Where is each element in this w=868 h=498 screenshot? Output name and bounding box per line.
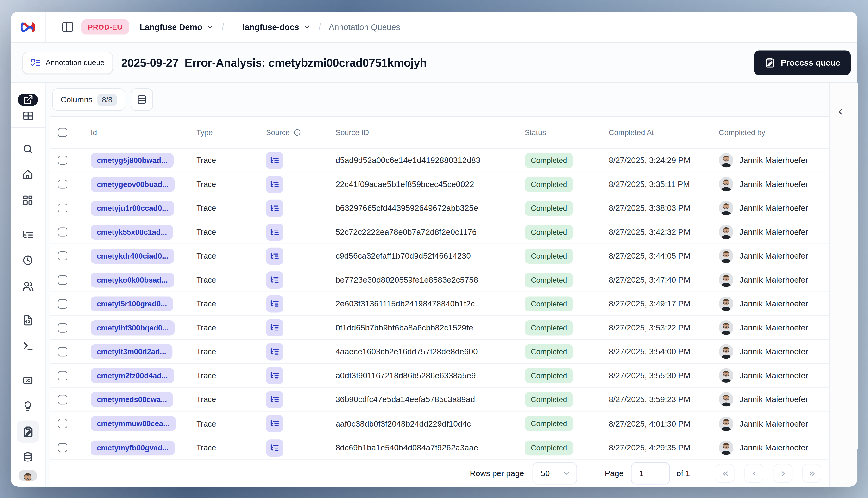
sidebar-item-home[interactable] bbox=[16, 162, 39, 187]
next-page-button[interactable] bbox=[774, 464, 792, 483]
row-checkbox[interactable] bbox=[58, 251, 67, 261]
row-checkbox[interactable] bbox=[58, 323, 67, 332]
trace-link-icon[interactable] bbox=[266, 439, 283, 456]
table-row[interactable]: cmetyk55x00c1ad... Trace 52c72c2222ea78e… bbox=[50, 220, 829, 245]
row-checkbox[interactable] bbox=[58, 180, 67, 189]
row-checkbox[interactable] bbox=[58, 275, 67, 284]
row-checkbox[interactable] bbox=[58, 395, 67, 404]
annotation-queue-badge[interactable]: Annotation queue bbox=[22, 51, 113, 74]
sidebar-item-tracing[interactable] bbox=[16, 222, 39, 248]
row-checkbox[interactable] bbox=[58, 419, 67, 428]
sidebar-toggle-icon[interactable] bbox=[61, 21, 74, 34]
chevron-down-icon bbox=[303, 23, 310, 30]
item-id-link[interactable]: cmetym2fz00d4ad... bbox=[91, 368, 174, 383]
table-row[interactable]: cmetymmuw00cea... Trace aaf0c38db0f3f204… bbox=[50, 412, 829, 436]
trace-link-icon[interactable] bbox=[266, 247, 283, 265]
item-id-link[interactable]: cmetykdr400ciad0... bbox=[91, 249, 174, 263]
table-row[interactable]: cmetymeds00cwa... Trace 36b90cdfc47e5da1… bbox=[50, 388, 829, 412]
sidebar-item-tables[interactable] bbox=[18, 110, 38, 122]
trace-link-icon[interactable] bbox=[266, 199, 283, 217]
trace-link-icon[interactable] bbox=[266, 295, 283, 313]
first-page-button[interactable] bbox=[715, 464, 735, 483]
table-row[interactable]: cmetyl5r100grad0... Trace 2e603f31361115… bbox=[50, 292, 829, 316]
org-switcher[interactable]: Langfuse Demo bbox=[140, 22, 213, 32]
table-row[interactable]: cmetylht300bqad0... Trace 0f1dd65b7bb9bf… bbox=[50, 316, 829, 340]
process-queue-button[interactable]: Process queue bbox=[754, 50, 851, 75]
item-id-link[interactable]: cmetyg5j800bwad... bbox=[91, 153, 173, 168]
sidebar-item-prompts[interactable] bbox=[16, 308, 39, 333]
item-id-link[interactable]: cmetyko0k00bsad... bbox=[91, 272, 174, 287]
table-row[interactable]: cmetym2fz00d4ad... Trace a0df3f901167218… bbox=[50, 364, 829, 388]
column-header-status[interactable]: Status bbox=[517, 128, 604, 136]
item-id-link[interactable]: cmetymeds00cwa... bbox=[91, 392, 173, 407]
trace-link-icon[interactable] bbox=[266, 271, 283, 289]
previous-page-button[interactable] bbox=[744, 464, 763, 483]
completed-by: Jannik Maierhoefer bbox=[715, 416, 829, 431]
table-header-row: Id Type Source Source ID Status Complete… bbox=[50, 117, 829, 148]
table-row[interactable]: cmetyko0k00bsad... Trace be7723e30d80205… bbox=[50, 268, 829, 292]
item-id-link[interactable]: cmetylht300bqad0... bbox=[91, 320, 175, 335]
sidebar-item-datasets[interactable] bbox=[16, 445, 39, 470]
column-header-source[interactable]: Source bbox=[259, 128, 328, 136]
column-header-source-id[interactable]: Source ID bbox=[328, 128, 517, 136]
clock-icon bbox=[22, 255, 34, 266]
row-checkbox[interactable] bbox=[58, 299, 67, 309]
trace-link-icon[interactable] bbox=[266, 152, 283, 169]
table-row[interactable]: cmetymyfb00gvad... Trace 8dc69b1ba1e540b… bbox=[50, 436, 829, 460]
row-checkbox[interactable] bbox=[58, 227, 67, 236]
collapse-panel-button[interactable] bbox=[836, 104, 852, 120]
sidebar-item-sessions[interactable] bbox=[16, 248, 39, 273]
table-row[interactable]: cmetykdr400ciad0... Trace c9d56ca32efaff… bbox=[50, 244, 829, 268]
rows-per-page-select[interactable]: 50 bbox=[532, 462, 577, 485]
completed-at: 8/27/2025, 3:54:00 PM bbox=[604, 347, 715, 356]
trace-link-icon[interactable] bbox=[266, 223, 283, 240]
trace-link-icon[interactable] bbox=[266, 391, 283, 408]
trace-link-icon[interactable] bbox=[266, 415, 283, 432]
sidebar-item-evaluators[interactable] bbox=[16, 393, 39, 419]
item-id-link[interactable]: cmetymmuw00cea... bbox=[91, 416, 176, 431]
select-all-checkbox[interactable] bbox=[58, 128, 67, 137]
row-checkbox[interactable] bbox=[58, 156, 67, 165]
trace-link-icon[interactable] bbox=[266, 367, 283, 384]
item-id-link[interactable]: cmetyk55x00c1ad... bbox=[91, 224, 173, 239]
project-switcher[interactable]: langfuse-docs bbox=[243, 22, 310, 32]
sidebar-item-dashboards[interactable] bbox=[16, 188, 39, 213]
sidebar-item-users[interactable] bbox=[16, 273, 39, 299]
last-page-button[interactable] bbox=[802, 464, 821, 483]
row-checkbox[interactable] bbox=[58, 347, 67, 356]
table-row[interactable]: cmetyg5j800bwad... Trace d5ad9d52a00c6e1… bbox=[50, 148, 829, 173]
row-height-button[interactable] bbox=[131, 89, 153, 111]
source-id: 22c41f09acae5b1ef859bcec45ce0022 bbox=[328, 180, 517, 189]
item-id-link[interactable]: cmetymyfb00gvad... bbox=[91, 440, 175, 455]
item-id-link[interactable]: cmetylt3m00d2ad... bbox=[91, 344, 172, 359]
row-checkbox[interactable] bbox=[58, 204, 67, 213]
column-header-completed-at[interactable]: Completed At bbox=[604, 128, 715, 136]
item-id-link[interactable]: cmetyju1r00ccad0... bbox=[91, 200, 174, 215]
status-badge: Completed bbox=[524, 272, 573, 287]
table-row[interactable]: cmetylt3m00d2ad... Trace 4aaece1603cb2e1… bbox=[50, 340, 829, 364]
lightbulb-icon bbox=[22, 401, 34, 412]
row-checkbox[interactable] bbox=[58, 371, 67, 380]
item-id-link[interactable]: cmetyl5r100grad0... bbox=[91, 296, 173, 311]
page-number-input[interactable] bbox=[631, 462, 670, 485]
trace-link-icon[interactable] bbox=[266, 343, 283, 361]
columns-button[interactable]: Columns 8/8 bbox=[52, 89, 125, 111]
sidebar-item-playground[interactable] bbox=[16, 333, 39, 359]
user-avatar[interactable] bbox=[18, 470, 37, 481]
column-header-id[interactable]: Id bbox=[83, 128, 189, 136]
user-avatar bbox=[719, 153, 733, 167]
table-row[interactable]: cmetygeov00buad... Trace 22c41f09acae5b1… bbox=[50, 172, 829, 196]
item-id-link[interactable]: cmetygeov00buad... bbox=[91, 176, 175, 192]
trace-link-icon[interactable] bbox=[266, 175, 283, 193]
open-in-new-button[interactable] bbox=[18, 94, 38, 105]
column-header-completed-by[interactable]: Completed by bbox=[715, 128, 829, 136]
row-checkbox[interactable] bbox=[58, 443, 67, 452]
sidebar-item-scores[interactable] bbox=[16, 368, 39, 393]
environment-badge[interactable]: PROD-EU bbox=[81, 19, 129, 34]
sidebar-item-annotation-queues[interactable] bbox=[16, 421, 39, 443]
table-row[interactable]: cmetyju1r00ccad0... Trace b63297665cfd44… bbox=[50, 196, 829, 220]
column-header-type[interactable]: Type bbox=[189, 128, 259, 136]
trace-link-icon[interactable] bbox=[266, 319, 283, 337]
home-icon bbox=[22, 169, 34, 180]
sidebar-item-search[interactable] bbox=[16, 136, 39, 162]
